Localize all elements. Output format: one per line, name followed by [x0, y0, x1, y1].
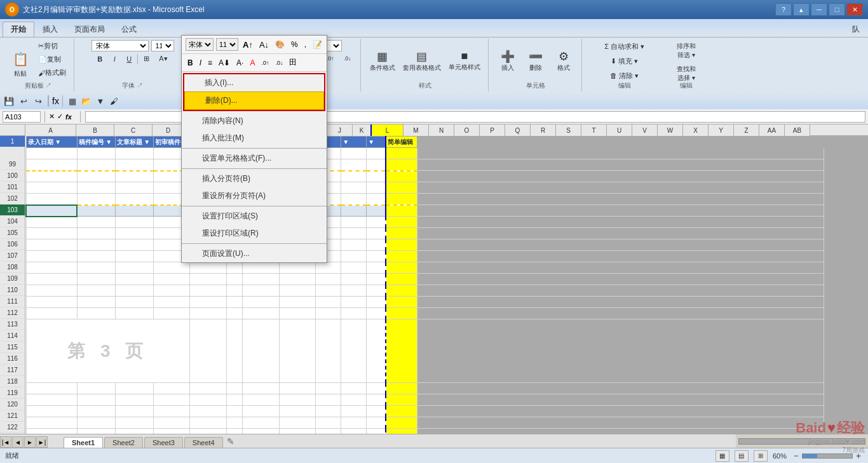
zoom-out-button[interactable]: － — [792, 450, 801, 462]
sheet-last-button[interactable]: ►| — [36, 436, 48, 448]
col-header-R[interactable]: R — [531, 124, 556, 136]
paint-bucket[interactable]: 🖌 — [108, 95, 121, 107]
sheet-next-button[interactable]: ► — [24, 436, 36, 448]
sheet-prev-button[interactable]: ◄ — [12, 436, 24, 448]
cell-100-K[interactable] — [367, 171, 386, 182]
cell-spacer-K[interactable] — [367, 148, 386, 159]
ctx-font-select[interactable]: 宋体 — [186, 38, 214, 51]
format-cells-button[interactable]: ⚙ 格式 — [551, 48, 576, 74]
row-header-103[interactable]: 103 — [0, 205, 25, 216]
col-header-X[interactable]: X — [683, 124, 709, 136]
row-header-107[interactable]: 107 — [0, 250, 25, 262]
cell-101-A[interactable] — [26, 182, 77, 194]
ctx-set-print-area[interactable]: 设置打印区域(S) — [182, 208, 327, 225]
zoom-in-button[interactable]: ＋ — [854, 450, 863, 462]
tab-page-layout[interactable]: 页面布局 — [66, 22, 113, 37]
cell-99-C[interactable] — [115, 159, 153, 171]
add-sheet-button[interactable]: ✎ — [224, 435, 237, 448]
col-header-J[interactable]: J — [327, 124, 353, 136]
autosum-button[interactable]: Σ 自动求和 ▾ — [600, 40, 648, 53]
header-cell-B1[interactable]: 稿件编号 ▼ — [77, 137, 115, 148]
cell-103-B[interactable] — [77, 205, 115, 217]
cell-101-B[interactable] — [77, 182, 115, 194]
font-family-select[interactable]: 宋体 — [92, 40, 149, 51]
ctx-format-cells[interactable]: 设置单元格格式(F)... — [182, 150, 327, 167]
row-header-100[interactable]: 100 — [0, 170, 25, 182]
cell-102-J[interactable] — [341, 194, 367, 205]
cell-103-A[interactable] — [26, 205, 77, 217]
ctx-inc-dec1[interactable]: .0↑ — [259, 59, 271, 67]
insert-icon1[interactable]: ▦ — [66, 95, 79, 107]
col-header-O[interactable]: O — [454, 124, 480, 136]
row-header-118[interactable]: 118 — [0, 376, 25, 387]
ctx-percent-button[interactable]: % — [289, 39, 300, 50]
row-header-111[interactable]: 111 — [0, 296, 25, 307]
row-header-104[interactable]: 104 — [0, 216, 25, 227]
view-page-button[interactable]: ⊞ — [754, 450, 768, 462]
col-header-A[interactable]: A — [25, 124, 76, 136]
cell-spacer-C[interactable] — [115, 148, 153, 159]
col-header-W[interactable]: W — [658, 124, 683, 136]
ctx-theme-button[interactable]: 🎨 — [273, 39, 287, 50]
ribbon-collapse-button[interactable]: ▴ — [793, 3, 810, 16]
close-button[interactable]: ✕ — [846, 3, 863, 16]
row-header-102[interactable]: 102 — [0, 193, 25, 205]
sheet-tab-3[interactable]: Sheet3 — [144, 437, 183, 448]
view-normal-button[interactable]: ▦ — [715, 450, 729, 462]
row-header-1[interactable]: 1 — [0, 136, 25, 147]
cell-99-J[interactable] — [341, 159, 367, 171]
insert-icon2[interactable]: 📂 — [80, 95, 93, 107]
underline-button[interactable]: U — [123, 53, 135, 65]
insert-cells-button[interactable]: ➕ 插入 — [495, 48, 520, 74]
row-header-122[interactable]: 122 — [0, 422, 25, 433]
cell-102-L[interactable] — [386, 194, 417, 205]
cell-103-C[interactable] — [115, 205, 153, 217]
col-header-C[interactable]: C — [114, 124, 153, 136]
row-header-108[interactable]: 108 — [0, 262, 25, 273]
scrollbar-track[interactable] — [738, 438, 865, 445]
col-header-AB[interactable]: AB — [785, 124, 810, 136]
header-cell-J1[interactable]: ▼ — [341, 137, 367, 148]
cell-100-C[interactable] — [115, 171, 153, 182]
row-header-101[interactable]: 101 — [0, 182, 25, 193]
fill-button[interactable]: ⬇ 填充 ▾ — [607, 55, 642, 68]
ctx-underline2-button[interactable]: A· — [234, 58, 245, 68]
row-header-115[interactable]: 115 — [0, 342, 25, 353]
ctx-inc-dec2[interactable]: .0↓ — [273, 59, 285, 67]
cell-spacer-A[interactable] — [26, 148, 77, 159]
save-quick-button[interactable]: 💾 — [3, 95, 15, 107]
cell-99-B[interactable] — [77, 159, 115, 171]
cell-spacer-J[interactable] — [341, 148, 367, 159]
row-header-105[interactable]: 105 — [0, 227, 25, 239]
row-header-121[interactable]: 121 — [0, 410, 25, 422]
cell-103-J[interactable] — [341, 205, 367, 217]
formula-func-icon[interactable]: fx — [65, 113, 72, 121]
sheet-tab-1[interactable]: Sheet1 — [64, 437, 103, 448]
col-header-N[interactable]: N — [429, 124, 454, 136]
decimal-decrease-button[interactable]: .0↓ — [340, 53, 355, 64]
sheet-tab-4[interactable]: Sheet4 — [184, 437, 223, 448]
bold-button[interactable]: B — [93, 53, 106, 65]
ctx-fill-button[interactable]: A⬇ — [217, 58, 232, 68]
ctx-delete[interactable]: 删除(D)... — [184, 91, 324, 110]
help-button[interactable]: ? — [775, 3, 792, 16]
header-cell-L1[interactable]: 简单编辑 — [386, 137, 417, 148]
cell-101-L[interactable] — [386, 182, 417, 194]
col-header-Q[interactable]: Q — [505, 124, 531, 136]
fill-color-button[interactable]: A▾ — [155, 53, 171, 65]
ctx-clear-content[interactable]: 清除内容(N) — [182, 112, 327, 130]
cell-style-button[interactable]: ■ 单元格样式 — [446, 48, 483, 73]
cell-100-J[interactable] — [341, 171, 367, 182]
conditional-format-button[interactable]: ▦ 条件格式 — [367, 48, 398, 74]
cell-103-L[interactable] — [386, 205, 417, 217]
formula-confirm-icon[interactable]: ✓ — [57, 112, 63, 121]
header-cell-C1[interactable]: 文章标题 ▼ — [115, 137, 153, 148]
row-header-99[interactable]: 99 — [0, 159, 25, 170]
row-header-109[interactable]: 109 — [0, 273, 25, 285]
ctx-bold-button[interactable]: A↑ — [241, 39, 255, 50]
row-header-114[interactable]: 114 — [0, 330, 25, 342]
row-header-113[interactable]: 113 — [0, 319, 25, 330]
ctx-insert[interactable]: 插入(I)... — [184, 74, 324, 91]
col-header-K[interactable]: K — [353, 124, 372, 136]
tab-team[interactable]: 队 — [844, 22, 868, 37]
